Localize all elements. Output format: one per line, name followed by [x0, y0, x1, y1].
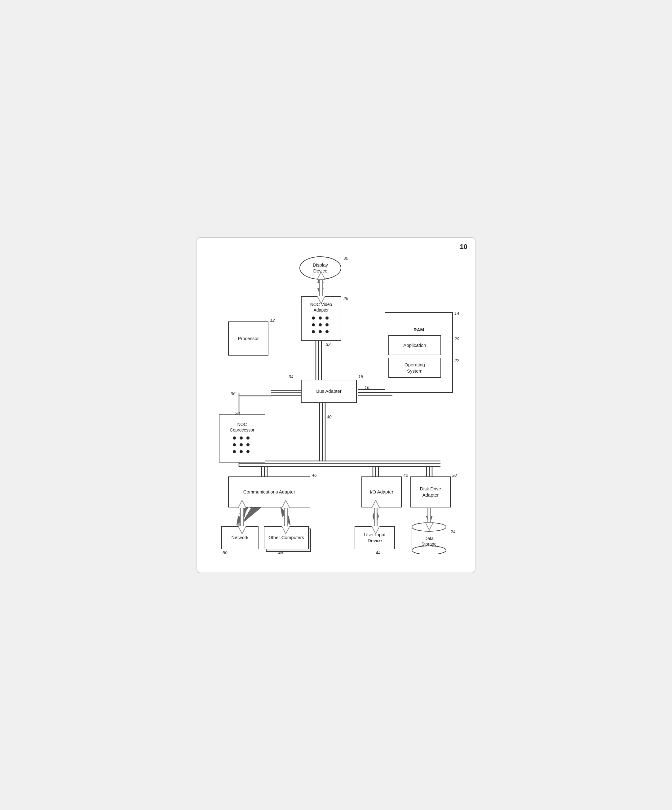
page: 10 [196, 237, 476, 573]
svg-line-31 [241, 508, 250, 523]
ram-label: RAM [414, 327, 424, 333]
processor-box: Processor [228, 321, 268, 356]
ref-46: 46 [312, 473, 317, 478]
ref-38: 38 [452, 473, 457, 478]
svg-line-32 [241, 508, 250, 523]
display-device-box: DisplayDevice [299, 256, 341, 280]
ref-48: 48 [279, 550, 283, 555]
diagram-container: DisplayDevice 30 NOC VideoAdapter 26 32 … [209, 250, 463, 560]
application-label: Application [403, 342, 426, 348]
svg-line-34 [237, 508, 246, 525]
communications-adapter-label: Communications Adapter [243, 489, 295, 495]
svg-point-40 [412, 546, 446, 554]
ref-44: 44 [376, 550, 381, 555]
ref-34: 34 [289, 374, 294, 379]
ref-32: 32 [326, 342, 331, 347]
os-label: OperatingSystem [405, 362, 425, 374]
ref-30: 30 [343, 256, 348, 261]
ref-50: 50 [223, 550, 228, 555]
other-computers-label: Other Computers [268, 535, 304, 541]
ref-22: 22 [454, 358, 459, 363]
ref-18: 18 [358, 374, 363, 379]
svg-text:Storage: Storage [421, 542, 436, 547]
data-storage-svg: Data Storage [410, 521, 447, 554]
bus-adapter-box: Bus Adapter [301, 380, 357, 403]
ref-40: 40 [327, 415, 332, 419]
disk-drive-adapter-box: Disk DriveAdapter [410, 476, 451, 508]
ram-box: RAM Application OperatingSystem [385, 312, 453, 393]
processor-label: Processor [238, 336, 259, 342]
ref-16: 16 [365, 385, 370, 390]
noc-coprocessor-box: NOCCoprocessor [219, 415, 265, 462]
noc-video-adapter-label: NOC VideoAdapter [310, 302, 332, 313]
ref-26: 26 [343, 296, 348, 301]
user-input-device-label: User InputDevice [364, 532, 385, 544]
svg-point-39 [412, 523, 446, 531]
diagram-number: 10 [460, 243, 468, 251]
user-input-device-box: User InputDevice [355, 526, 395, 549]
application-box: Application [388, 335, 441, 355]
network-box: Network [221, 526, 258, 549]
operating-system-box: OperatingSystem [388, 358, 441, 378]
io-adapter-box: I/O Adapter [361, 476, 402, 508]
ref-36: 36 [231, 391, 236, 396]
io-adapter-label: I/O Adapter [370, 489, 393, 495]
ref-12: 12 [270, 318, 275, 323]
noc-coprocessor-label: NOCCoprocessor [230, 422, 254, 433]
svg-line-35 [281, 508, 290, 525]
communications-adapter-box: Communications Adapter [228, 476, 310, 508]
data-storage-box: Data Storage [409, 521, 449, 554]
noc-coprocessor-grid [233, 437, 252, 455]
ref-28: 28 [235, 411, 240, 416]
noc-video-adapter-box: NOC VideoAdapter [301, 296, 341, 341]
ref-24: 24 [451, 529, 456, 534]
ref-20: 20 [454, 336, 459, 341]
network-label: Network [231, 535, 248, 541]
bus-adapter-label: Bus Adapter [316, 388, 341, 394]
ref-14: 14 [454, 311, 459, 316]
noc-video-grid [312, 317, 331, 335]
svg-text:Data: Data [424, 536, 434, 541]
ref-42: 42 [403, 473, 408, 478]
display-device-label: DisplayDevice [313, 262, 328, 274]
other-computers-box: Other Computers [264, 526, 309, 549]
disk-drive-adapter-label: Disk DriveAdapter [420, 486, 441, 498]
